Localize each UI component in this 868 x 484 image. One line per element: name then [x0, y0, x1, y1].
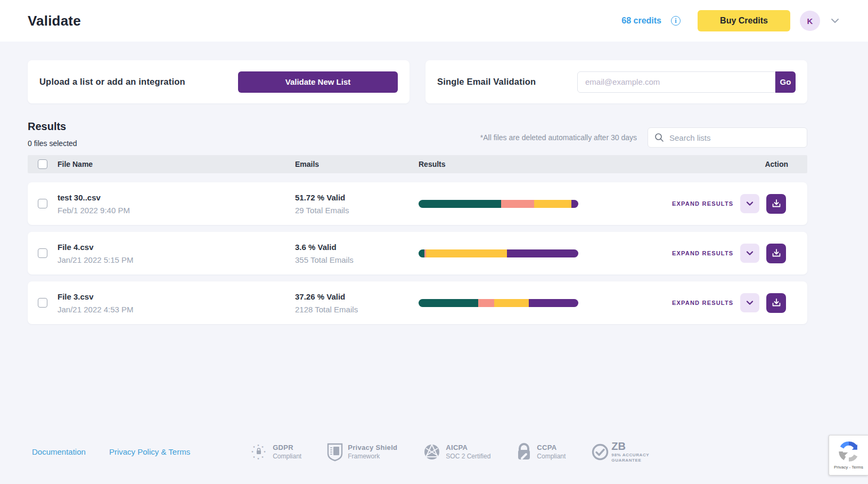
results-distribution-bar: [419, 249, 578, 257]
svg-text:★: ★: [261, 455, 264, 458]
badge-title: Privacy Shield: [348, 443, 397, 451]
file-name: File 4.csv: [58, 243, 289, 252]
bar-segment-yellow: [494, 299, 529, 307]
zb-check-icon: [591, 443, 609, 461]
upload-list-card: Upload a list or add an integration Vali…: [28, 60, 410, 103]
single-email-validation-card: Single Email Validation Go: [425, 60, 807, 103]
recaptcha-privacy-terms[interactable]: Privacy - Terms: [834, 465, 863, 470]
total-emails: 29 Total Emails: [295, 206, 416, 215]
footer: Documentation Privacy Policy & Terms ★★★…: [28, 440, 807, 463]
badge-subtitle: 98% ACCURACY GUARANTEE: [611, 453, 650, 463]
single-email-validation-label: Single Email Validation: [437, 77, 536, 87]
column-header-results: Results: [416, 160, 668, 168]
column-header-emails: Emails: [289, 160, 416, 168]
svg-text:★: ★: [253, 445, 256, 448]
svg-text:★: ★: [257, 457, 260, 460]
chevron-down-icon: [746, 249, 754, 257]
aicpa-globe-icon: [423, 443, 441, 461]
svg-text:★: ★: [261, 445, 264, 448]
chevron-down-icon: [746, 299, 754, 307]
table-row: test 30..csv Feb/1 2022 9:40 PM 51.72 % …: [28, 182, 807, 225]
badge-privacy-shield: Privacy ShieldFramework: [327, 442, 397, 462]
credits-balance-link[interactable]: 68 credits: [621, 16, 661, 26]
recaptcha-icon: [838, 441, 859, 462]
search-lists-box[interactable]: [648, 127, 807, 148]
row-checkbox[interactable]: [38, 298, 47, 308]
bar-segment-salmon: [478, 299, 494, 307]
badge-title: CCPA: [537, 443, 566, 451]
row-checkbox[interactable]: [38, 248, 47, 258]
results-section-title: Results: [28, 120, 77, 133]
bar-segment-salmon: [501, 200, 534, 208]
valid-percentage: 51.72 % Valid: [295, 193, 416, 202]
row-expand-chevron-button[interactable]: [740, 293, 759, 312]
download-icon: [772, 248, 781, 258]
badge-title: ZB: [611, 440, 650, 453]
badge-gdpr: ★★★★★★★★GDPRCompliant: [250, 443, 301, 461]
gdpr-stars-lock-icon: ★★★★★★★★: [250, 443, 268, 461]
compliance-badges: ★★★★★★★★GDPRCompliantPrivacy ShieldFrame…: [250, 440, 650, 463]
email-input[interactable]: [577, 71, 775, 93]
badge-ccpa: CCPACompliant: [516, 442, 566, 462]
row-expand-chevron-button[interactable]: [740, 244, 759, 263]
svg-text:★: ★: [253, 455, 256, 458]
chevron-down-icon: [746, 199, 754, 208]
credits-info-icon[interactable]: i: [671, 16, 681, 26]
ccpa-lock-icon: [516, 442, 532, 462]
file-date: Jan/21 2022 4:53 PM: [58, 305, 289, 314]
badge-subtitle: Compliant: [273, 453, 301, 460]
badge-title: GDPR: [273, 443, 301, 451]
svg-text:★: ★: [264, 450, 266, 453]
expand-results-link[interactable]: EXPAND RESULTS: [672, 200, 733, 207]
total-emails: 2128 Total Emails: [295, 305, 416, 314]
file-name: test 30..csv: [58, 193, 289, 202]
download-results-button[interactable]: [766, 194, 786, 214]
svg-text:★: ★: [251, 450, 254, 453]
search-icon: [654, 133, 664, 142]
bar-segment-purple: [529, 299, 578, 307]
row-expand-chevron-button[interactable]: [740, 194, 759, 213]
privacy-policy-terms-link[interactable]: Privacy Policy & Terms: [109, 447, 190, 456]
download-icon: [772, 199, 781, 208]
download-icon: [772, 298, 781, 308]
select-all-checkbox[interactable]: [38, 159, 47, 169]
documentation-link[interactable]: Documentation: [32, 447, 86, 456]
auto-delete-note: *All files are deleted automatically aft…: [480, 133, 637, 142]
files-selected-count: 0 files selected: [28, 139, 77, 148]
recaptcha-badge[interactable]: Privacy - Terms: [829, 435, 868, 475]
total-emails: 355 Total Emails: [295, 255, 416, 264]
account-menu-chevron-icon[interactable]: [830, 15, 840, 26]
svg-text:★: ★: [257, 443, 260, 447]
valid-percentage: 3.6 % Valid: [295, 243, 416, 252]
row-checkbox[interactable]: [38, 199, 47, 208]
go-button[interactable]: Go: [775, 71, 796, 93]
table-row: File 3.csv Jan/21 2022 4:53 PM 37.26 % V…: [28, 281, 807, 324]
upload-list-label: Upload a list or add an integration: [39, 77, 185, 87]
results-table-body: test 30..csv Feb/1 2022 9:40 PM 51.72 % …: [28, 182, 807, 324]
download-results-button[interactable]: [766, 244, 786, 263]
bar-segment-yellow: [534, 200, 571, 208]
top-bar: Validate 68 credits i Buy Credits K: [0, 0, 868, 42]
user-avatar[interactable]: K: [800, 11, 820, 31]
page-title: Validate: [28, 13, 81, 29]
download-results-button[interactable]: [766, 293, 786, 313]
badge-title: AICPA: [446, 443, 490, 451]
badge-zb: ZB98% ACCURACY GUARANTEE: [591, 440, 650, 463]
badge-subtitle: Compliant: [537, 453, 566, 460]
privacy-shield-icon: [327, 442, 343, 462]
column-header-action: Action: [668, 160, 807, 168]
file-date: Feb/1 2022 9:40 PM: [58, 206, 289, 215]
bar-segment-purple: [571, 200, 578, 208]
expand-results-link[interactable]: EXPAND RESULTS: [672, 250, 733, 256]
search-lists-input[interactable]: [669, 133, 800, 142]
results-distribution-bar: [419, 299, 578, 307]
badge-aicpa: AICPASOC 2 Certified: [423, 443, 490, 461]
bar-segment-teal: [419, 299, 478, 307]
bar-segment-teal: [419, 200, 501, 208]
file-date: Jan/21 2022 5:15 PM: [58, 255, 289, 264]
badge-subtitle: Framework: [348, 453, 397, 460]
bar-segment-yellow: [426, 249, 507, 257]
validate-new-list-button[interactable]: Validate New List: [238, 71, 398, 93]
buy-credits-button[interactable]: Buy Credits: [698, 10, 790, 31]
expand-results-link[interactable]: EXPAND RESULTS: [672, 300, 733, 306]
